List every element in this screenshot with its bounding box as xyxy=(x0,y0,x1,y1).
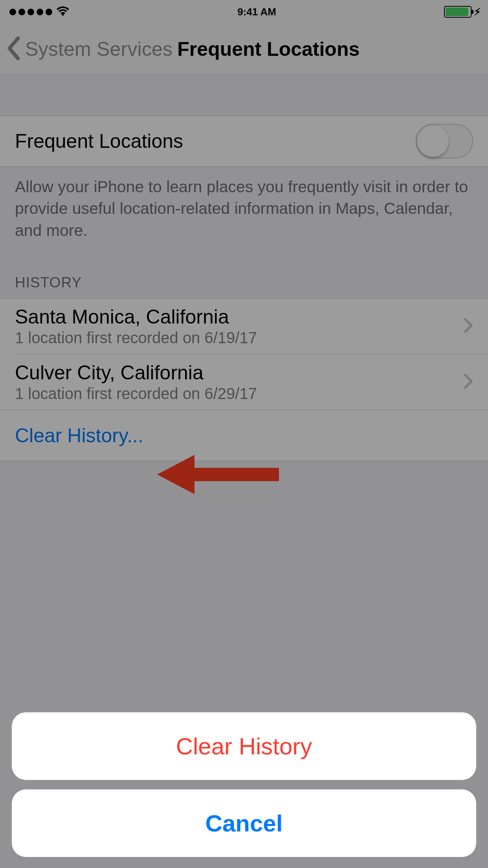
action-sheet: Clear History Cancel xyxy=(12,712,476,857)
cancel-button[interactable]: Cancel xyxy=(12,789,476,857)
clear-history-button[interactable]: Clear History xyxy=(12,712,476,780)
screen: 9:41 AM ⚡︎ System Services Frequent Loca… xyxy=(0,0,488,868)
